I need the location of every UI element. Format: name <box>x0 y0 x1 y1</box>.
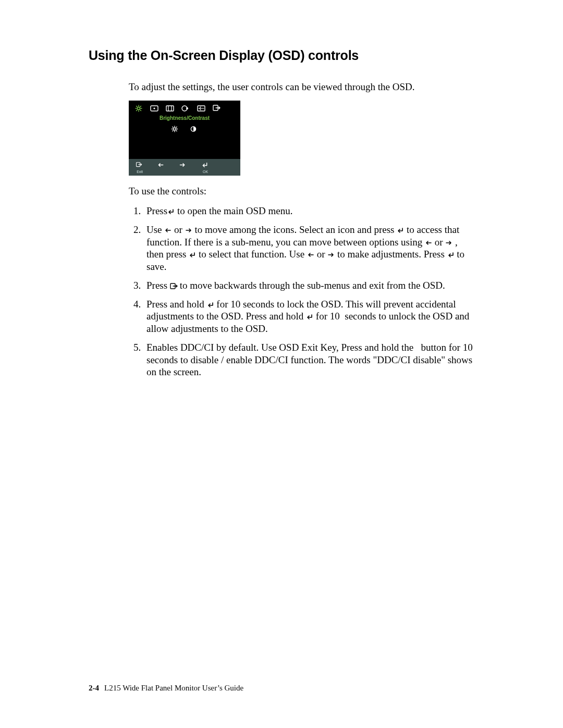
page-footer: 2-4L215 Wide Flat Panel Monitor User’s G… <box>89 684 243 693</box>
step-1: Press to open the main OSD menu. <box>143 205 474 217</box>
text: to move among the icons. Select an icon … <box>192 224 397 235</box>
text: to select that function. Use <box>196 249 307 260</box>
right-arrow-icon <box>185 227 192 233</box>
instruction-list: Press to open the main OSD menu. Use or … <box>129 205 474 378</box>
right-arrow-icon <box>327 252 335 258</box>
text: to move backwards through the sub-menus … <box>177 280 445 291</box>
osd-ok-hint: OK <box>201 162 210 174</box>
enter-icon <box>397 227 404 233</box>
text: to make adjustments. Press <box>335 249 447 260</box>
brightness-icon <box>134 105 143 112</box>
image-setup-icon <box>165 105 175 112</box>
osd-left-hint <box>157 162 166 174</box>
sub-contrast-icon <box>189 126 199 133</box>
page-number: 2-4 <box>89 684 99 692</box>
position-icon <box>150 105 159 112</box>
step-4: Press and hold for 10 seconds to lock th… <box>143 298 474 335</box>
left-arrow-icon <box>425 240 432 246</box>
intro-paragraph: To adjust the settings, the user control… <box>129 81 474 93</box>
lead-paragraph: To use the controls: <box>129 185 474 198</box>
text: to open the main OSD menu. <box>175 205 292 216</box>
exit-icon <box>170 283 177 289</box>
options-icon <box>197 105 206 112</box>
enter-icon <box>207 302 214 308</box>
osd-bottom-bar: Exit OK <box>129 159 240 176</box>
osd-ok-label: OK <box>203 170 208 174</box>
step-3: Press to move backwards through the sub-… <box>143 279 474 292</box>
enter-icon <box>447 252 455 258</box>
osd-panel: Brightness/Contrast Exit <box>129 101 240 176</box>
text: Use <box>146 224 164 235</box>
left-arrow-icon <box>307 252 314 258</box>
left-arrow-icon <box>157 162 166 169</box>
osd-top-icons <box>129 101 240 114</box>
exit-icon <box>212 105 222 112</box>
right-arrow-icon <box>179 162 188 169</box>
document-page: Using the On-Screen Display (OSD) contro… <box>0 0 563 728</box>
osd-exit-label: Exit <box>137 170 143 174</box>
step-5: Enables DDC/CI by default. Use OSD Exit … <box>143 341 474 378</box>
osd-body <box>129 134 240 159</box>
enter-icon <box>306 314 313 320</box>
document-title: L215 Wide Flat Panel Monitor User’s Guid… <box>104 684 243 692</box>
sub-brightness-icon <box>170 126 180 133</box>
step-2: Use or to move among the icons. Select a… <box>143 224 474 273</box>
text: Enables DDC/CI by default. Use OSD Exit … <box>146 342 473 378</box>
exit-icon <box>135 162 144 169</box>
section-heading: Using the On-Screen Display (OSD) contro… <box>89 48 474 63</box>
enter-icon <box>189 252 196 258</box>
text: or <box>314 249 327 260</box>
left-arrow-icon <box>164 227 172 233</box>
text: or <box>172 224 185 235</box>
section-content: To adjust the settings, the user control… <box>89 81 474 378</box>
osd-sub-icons <box>129 124 240 134</box>
text: Press <box>146 280 170 291</box>
text: Press and hold <box>146 299 207 310</box>
text: Press <box>146 205 167 216</box>
osd-right-hint <box>179 162 188 174</box>
text: or <box>432 237 445 248</box>
color-icon <box>181 105 190 112</box>
osd-title: Brightness/Contrast <box>129 114 240 124</box>
enter-icon <box>167 208 175 215</box>
osd-exit-hint: Exit <box>135 162 144 174</box>
enter-icon <box>201 162 210 169</box>
right-arrow-icon <box>445 240 452 246</box>
